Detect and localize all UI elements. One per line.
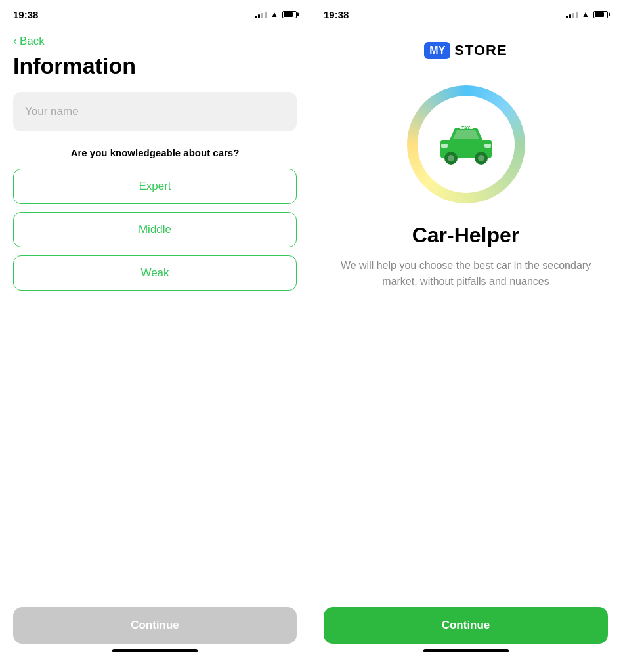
car-circle-ring: TAXI [407, 85, 525, 203]
app-name: Car-Helper [412, 223, 520, 247]
back-label: Back [20, 35, 45, 48]
back-button[interactable]: ‹ Back [0, 29, 310, 53]
left-status-bar: 19:38 ▲ [0, 0, 310, 29]
right-signal-icon [566, 10, 578, 18]
right-battery-icon [593, 11, 608, 18]
left-bottom-area: Continue [0, 607, 310, 672]
right-status-icons: ▲ [566, 10, 608, 19]
right-panel: 19:38 ▲ MY STORE [310, 0, 621, 672]
car-icon: TAXI [437, 121, 496, 167]
weak-option[interactable]: Weak [13, 255, 297, 291]
home-indicator [112, 649, 198, 652]
page-title: Information [0, 53, 310, 92]
svg-rect-6 [484, 144, 491, 148]
wifi-icon: ▲ [270, 10, 278, 19]
right-status-bar: 19:38 ▲ [310, 0, 621, 29]
right-wifi-icon: ▲ [582, 10, 589, 19]
battery-icon [282, 11, 297, 18]
name-input[interactable] [13, 92, 297, 131]
back-chevron-icon: ‹ [13, 34, 17, 48]
svg-rect-5 [441, 144, 448, 148]
left-status-icons: ▲ [255, 10, 297, 19]
expert-option[interactable]: Expert [13, 169, 297, 204]
car-circle-container: TAXI [407, 85, 525, 203]
knowledge-question: Are you knowledgeable about cars? [0, 147, 310, 158]
app-description: We will help you choose the best car in … [310, 258, 621, 289]
right-home-indicator [423, 649, 509, 652]
right-bottom-area: Continue [310, 607, 621, 672]
middle-option[interactable]: Middle [13, 212, 297, 247]
name-input-container [13, 92, 297, 131]
left-status-time: 19:38 [13, 9, 38, 20]
car-circle-inner: TAXI [418, 96, 515, 193]
my-store-logo: MY STORE [424, 42, 507, 59]
right-status-time: 19:38 [324, 9, 349, 20]
svg-point-2 [448, 155, 454, 161]
svg-text:TAXI: TAXI [461, 125, 471, 130]
right-continue-button[interactable]: Continue [324, 607, 608, 644]
svg-point-4 [478, 155, 484, 161]
right-content: MY STORE [310, 29, 621, 672]
my-badge: MY [424, 42, 450, 59]
signal-icon [255, 10, 267, 18]
store-text: STORE [454, 42, 507, 59]
left-panel: 19:38 ▲ ‹ Back Information Are you knowl… [0, 0, 310, 672]
options-container: Expert Middle Weak [0, 169, 310, 291]
left-continue-button[interactable]: Continue [13, 607, 297, 644]
